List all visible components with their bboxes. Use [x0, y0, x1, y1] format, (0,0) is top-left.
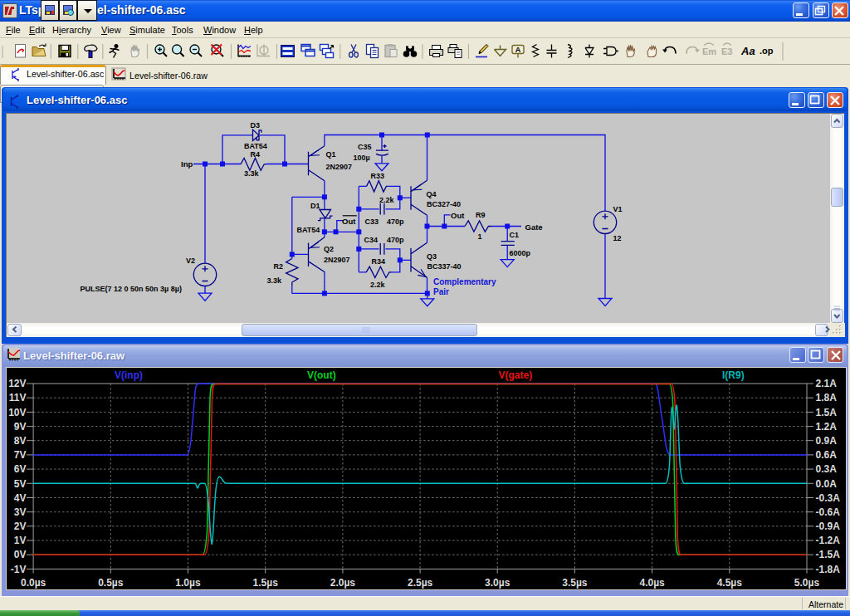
svg-text:12: 12	[613, 234, 622, 242]
svg-text:3V: 3V	[13, 506, 26, 518]
svg-text:3.3k: 3.3k	[267, 276, 283, 284]
svg-text:C33: C33	[365, 217, 379, 225]
svg-text:Q3: Q3	[427, 252, 437, 260]
svg-text:V(gate): V(gate)	[498, 369, 532, 381]
svg-text:E3: E3	[721, 46, 732, 56]
svg-text:D1: D1	[310, 202, 320, 210]
svg-text:V(inp): V(inp)	[115, 369, 143, 381]
svg-text:I(R9): I(R9)	[722, 369, 745, 381]
svg-text:C35: C35	[358, 143, 372, 151]
svg-text:V2: V2	[186, 257, 195, 265]
svg-text:-1V: -1V	[10, 564, 26, 575]
svg-text:2N2907: 2N2907	[326, 162, 353, 170]
svg-text:0.9A: 0.9A	[815, 435, 837, 447]
svg-text:Pair: Pair	[433, 287, 449, 296]
svg-text:5.0µs: 5.0µs	[794, 577, 819, 589]
svg-text:8V: 8V	[13, 435, 26, 447]
svg-text:BAT54: BAT54	[297, 226, 320, 234]
svg-text:PULSE(7 12 0 50n 50n 3µ 8µ): PULSE(7 12 0 50n 50n 3µ 8µ)	[81, 285, 182, 293]
svg-text:-0.9A: -0.9A	[815, 521, 840, 532]
svg-text:BAT54: BAT54	[244, 142, 267, 150]
svg-text:D3: D3	[251, 121, 261, 130]
svg-text:1: 1	[478, 232, 482, 241]
svg-text:1.5µs: 1.5µs	[252, 577, 278, 589]
svg-text:1V: 1V	[13, 535, 26, 546]
svg-text:470p: 470p	[387, 217, 404, 225]
svg-text:9V: 9V	[13, 421, 26, 433]
svg-text:2.2k: 2.2k	[379, 195, 395, 203]
svg-text:V1: V1	[613, 205, 623, 213]
svg-text:11V: 11V	[8, 392, 26, 403]
svg-text:-1.2A: -1.2A	[815, 535, 840, 546]
svg-text:7V: 7V	[13, 449, 26, 461]
svg-text:-1.5A: -1.5A	[815, 549, 840, 560]
svg-text:1.8A: 1.8A	[815, 392, 837, 403]
svg-text:4.5µs: 4.5µs	[716, 577, 742, 589]
svg-text:0.0µs: 0.0µs	[20, 577, 46, 589]
svg-text:C34: C34	[364, 236, 379, 244]
svg-text:BC327-40: BC327-40	[427, 200, 461, 208]
svg-text:0.5µs: 0.5µs	[98, 577, 124, 589]
svg-text:1.0µs: 1.0µs	[175, 577, 201, 589]
svg-text:Out: Out	[451, 211, 465, 220]
svg-text:10V: 10V	[8, 407, 26, 418]
svg-text:R9: R9	[476, 210, 486, 218]
svg-text:3.3k: 3.3k	[244, 169, 260, 178]
svg-text:Inp: Inp	[181, 159, 193, 169]
svg-text:6000p: 6000p	[510, 248, 531, 257]
svg-text:C1: C1	[510, 230, 520, 238]
svg-text:0.0A: 0.0A	[815, 478, 837, 490]
svg-text:4V: 4V	[13, 492, 26, 504]
svg-text:100µ: 100µ	[354, 154, 370, 162]
svg-text:Q4: Q4	[427, 189, 437, 198]
svg-text:R2: R2	[274, 262, 284, 271]
svg-text:2.2k: 2.2k	[370, 280, 386, 288]
svg-text:R34: R34	[372, 257, 386, 266]
svg-text:12V: 12V	[8, 378, 26, 389]
svg-text:BC337-40: BC337-40	[427, 262, 462, 271]
svg-text:R33: R33	[371, 172, 385, 180]
svg-text:-0.3A: -0.3A	[815, 492, 840, 504]
svg-text:2.0µs: 2.0µs	[330, 577, 355, 589]
svg-text:R4: R4	[251, 150, 261, 159]
svg-text:0V: 0V	[13, 549, 26, 560]
svg-text:A: A	[515, 46, 521, 54]
svg-text:0.3A: 0.3A	[815, 463, 837, 475]
svg-text:Q1: Q1	[326, 150, 336, 159]
svg-text:0.6A: 0.6A	[815, 449, 837, 461]
svg-text:2.5µs: 2.5µs	[407, 577, 432, 589]
svg-text:2.1A: 2.1A	[815, 378, 837, 389]
svg-text:1.2A: 1.2A	[815, 421, 837, 433]
svg-text:6V: 6V	[13, 463, 26, 475]
svg-text:Out: Out	[342, 216, 356, 225]
svg-text:Complementary: Complementary	[433, 276, 496, 286]
svg-text:2N2907: 2N2907	[324, 256, 350, 264]
svg-text:4.0µs: 4.0µs	[639, 577, 665, 589]
svg-text:Gate: Gate	[525, 222, 543, 232]
svg-text:Aa: Aa	[740, 45, 755, 57]
svg-text:-1.8A: -1.8A	[815, 564, 840, 575]
svg-text:5V: 5V	[13, 478, 26, 490]
svg-text:470p: 470p	[387, 236, 404, 244]
svg-text:2V: 2V	[13, 521, 26, 532]
svg-text:1.5A: 1.5A	[815, 407, 837, 418]
svg-text:-0.6A: -0.6A	[815, 506, 840, 518]
svg-text:3.5µs: 3.5µs	[562, 577, 588, 589]
svg-text:V(out): V(out)	[307, 369, 336, 381]
svg-text:3.0µs: 3.0µs	[485, 577, 510, 589]
svg-text:Em: Em	[702, 46, 716, 56]
svg-text:.op: .op	[760, 46, 774, 56]
svg-text:Q2: Q2	[324, 245, 334, 253]
